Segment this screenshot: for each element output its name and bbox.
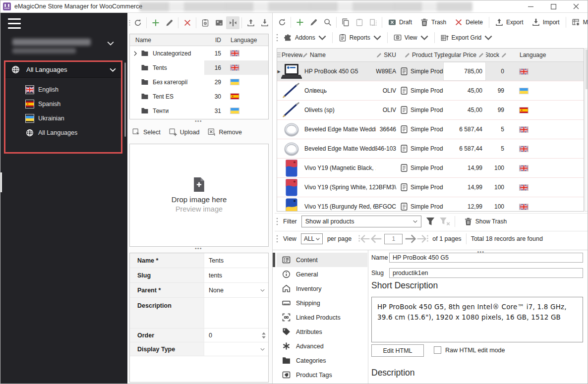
maximize-button[interactable] bbox=[542, 0, 565, 12]
filter-dropdown[interactable]: Show all products bbox=[301, 216, 421, 227]
paste-special-button[interactable] bbox=[366, 16, 380, 29]
last-page-button[interactable] bbox=[416, 233, 428, 244]
product-row[interactable]: Beveled Edge Matte Wedding Ri36646Simple… bbox=[277, 120, 584, 139]
add-category-button[interactable] bbox=[149, 16, 162, 29]
horizontal-splitter[interactable]: ••• bbox=[195, 120, 202, 122]
category-row[interactable]: Uncategorized15 bbox=[130, 46, 268, 60]
download-categories-button[interactable] bbox=[258, 16, 271, 29]
view-menu-button[interactable]: View bbox=[390, 31, 432, 44]
column-header-preview[interactable]: Preview bbox=[281, 52, 302, 58]
select-image-button[interactable]: Select bbox=[132, 128, 161, 136]
sidebar-item-ukrainian[interactable]: Ukrainian bbox=[5, 111, 121, 125]
tab-attributes[interactable]: Attributes bbox=[277, 325, 367, 339]
column-header-language[interactable]: Language bbox=[223, 37, 268, 44]
apply-filter-icon[interactable] bbox=[425, 217, 435, 226]
tab-shipping[interactable]: Shipping bbox=[277, 296, 367, 310]
edit-product-button[interactable] bbox=[307, 16, 320, 29]
product-name-input[interactable] bbox=[389, 253, 583, 263]
add-product-button[interactable] bbox=[293, 16, 306, 29]
tab-content[interactable]: Content bbox=[277, 253, 367, 267]
column-header-language[interactable]: Language bbox=[508, 52, 584, 58]
tab-categories[interactable]: Categories bbox=[277, 353, 367, 368]
product-row[interactable]: ОлівецьOLIVSimple Product45,0099 bbox=[277, 81, 584, 101]
column-header-name[interactable]: Name bbox=[130, 37, 204, 44]
remove-image-button[interactable]: Remove bbox=[208, 128, 242, 136]
category-row[interactable]: Tent ES30 bbox=[130, 89, 268, 104]
column-header-regular-price[interactable]: Regular Price bbox=[443, 52, 486, 58]
product-row[interactable]: ▶HP ProBook 450 G54QW89EASimple Product7… bbox=[277, 62, 584, 81]
edit-html-button[interactable]: Edit HTML bbox=[371, 344, 424, 357]
category-row[interactable]: Tents16 bbox=[130, 60, 268, 75]
sidebar-item-english[interactable]: English bbox=[5, 82, 121, 97]
delete-product-button[interactable]: Delete bbox=[451, 16, 487, 29]
product-row[interactable]: Vivo Y19 (Spring White, 128 GB)MOBFM3\Si… bbox=[277, 178, 584, 197]
category-order-value[interactable]: 0 bbox=[204, 329, 268, 342]
addons-button[interactable]: Addons bbox=[280, 31, 330, 44]
category-parent-value[interactable]: None bbox=[204, 283, 268, 297]
sidebar-item-spanish[interactable]: Spanish bbox=[5, 97, 121, 111]
column-header-product-type[interactable]: Product Type bbox=[400, 52, 443, 58]
category-display-type-value[interactable] bbox=[204, 342, 268, 356]
raw-html-checkbox[interactable] bbox=[434, 346, 441, 354]
category-name-value[interactable]: Tents bbox=[204, 253, 268, 268]
sidebar-scrollbar[interactable] bbox=[124, 62, 126, 137]
column-header-name[interactable]: Name bbox=[302, 52, 376, 58]
product-row[interactable]: Beveled Edge Matte Wedding Ri36646-103Si… bbox=[277, 139, 584, 159]
mass-changer-button[interactable]: Mass Changer bbox=[568, 16, 588, 29]
tab-linked-products[interactable]: Linked Products bbox=[277, 310, 367, 325]
reports-button[interactable]: Reports bbox=[335, 31, 385, 44]
folder-icon bbox=[141, 50, 149, 56]
column-header-sku[interactable]: SKU bbox=[376, 52, 400, 58]
product-row[interactable]: Vivo Y19 (Magnetic Black, 128 GBSimple P… bbox=[277, 159, 584, 178]
preview-category-button[interactable] bbox=[198, 16, 212, 29]
split-view-button[interactable] bbox=[226, 16, 239, 29]
column-header-stock[interactable]: Stock bbox=[486, 52, 508, 58]
export-button[interactable]: Export bbox=[491, 16, 528, 29]
edit-category-button[interactable] bbox=[163, 16, 176, 29]
next-page-button[interactable] bbox=[405, 233, 416, 244]
export-grid-button[interactable]: Export Grid bbox=[437, 31, 497, 44]
search-products-button[interactable] bbox=[321, 16, 334, 29]
column-header-id[interactable]: ID bbox=[204, 37, 223, 44]
language-menu-header[interactable]: All Languages bbox=[5, 62, 121, 78]
category-row[interactable]: Тенти31 bbox=[130, 104, 268, 118]
refresh-products-button[interactable] bbox=[275, 16, 289, 29]
horizontal-splitter[interactable]: ••• bbox=[195, 247, 202, 249]
product-row[interactable]: Olivets (sp)OLIVSimple Product45,0099 bbox=[277, 101, 584, 120]
minimize-button[interactable] bbox=[519, 0, 542, 12]
paste-product-button[interactable] bbox=[353, 16, 366, 29]
previous-page-button[interactable] bbox=[370, 233, 382, 244]
tab-general[interactable]: General bbox=[277, 267, 367, 281]
delete-category-button[interactable] bbox=[180, 16, 194, 29]
draft-button[interactable]: Draft bbox=[384, 16, 416, 29]
category-row[interactable]: Без категорії29 bbox=[130, 75, 268, 89]
tab-advanced[interactable]: Advanced bbox=[277, 339, 367, 353]
tab-product-tags[interactable]: Product Tags bbox=[277, 368, 367, 382]
category-image-button[interactable] bbox=[212, 16, 226, 29]
refresh-categories-button[interactable] bbox=[131, 16, 144, 29]
store-chevron-down-icon[interactable] bbox=[107, 41, 114, 46]
upload-categories-button[interactable] bbox=[244, 16, 257, 29]
page-number-input[interactable] bbox=[384, 234, 403, 244]
product-slug-input[interactable] bbox=[389, 268, 583, 278]
short-description-editor[interactable]: HP ProBook 450 G5, 8th gen Intel® Core™ … bbox=[371, 297, 583, 342]
per-page-dropdown[interactable]: ALL bbox=[301, 233, 323, 244]
show-trash-button[interactable]: Show Trash bbox=[465, 218, 507, 225]
sidebar-item-all-languages[interactable]: All Languages bbox=[5, 125, 121, 140]
clear-filter-icon[interactable] bbox=[439, 217, 450, 226]
close-button[interactable] bbox=[565, 0, 588, 12]
category-language-cell bbox=[223, 60, 268, 75]
upload-image-button[interactable]: Upload bbox=[169, 128, 200, 136]
tab-inventory[interactable]: Inventory bbox=[277, 281, 367, 296]
copy-product-button[interactable] bbox=[339, 16, 352, 29]
products-grid-scrollbar[interactable] bbox=[585, 48, 588, 212]
category-slug-value[interactable]: tents bbox=[204, 268, 268, 282]
hamburger-menu-button[interactable] bbox=[8, 18, 21, 29]
product-row[interactable]: Vivo Y15 (Burgundy Red, 64 GB)MOBFGOCSim… bbox=[277, 197, 584, 212]
image-drop-zone[interactable]: Drop image here Preview image bbox=[129, 144, 269, 247]
category-description-value[interactable] bbox=[204, 298, 268, 328]
import-button[interactable]: Import bbox=[528, 16, 564, 29]
spinner-buttons[interactable] bbox=[262, 332, 266, 338]
first-page-button[interactable] bbox=[358, 233, 370, 244]
trash-button[interactable]: Trash bbox=[416, 16, 450, 29]
